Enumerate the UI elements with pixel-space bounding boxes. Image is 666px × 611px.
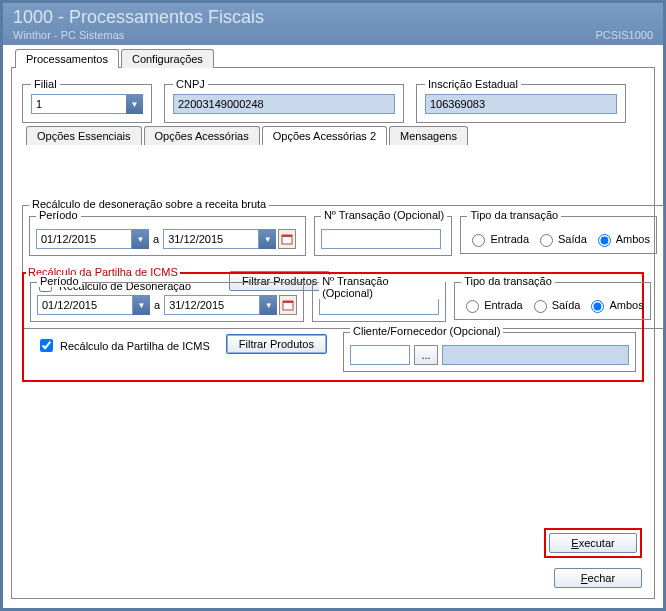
inscricao-field (425, 94, 617, 114)
main-tabpanel: Filial ▼ CNPJ Inscrição Estadual Opções … (11, 67, 655, 599)
label-cliente: Cliente/Fornecedor (Opcional) (350, 325, 503, 337)
checkbox-partilha-icms[interactable]: Recálculo da Partilha de ICMS (36, 336, 210, 355)
app-subtitle-right: PCSIS1000 (596, 29, 653, 41)
label-inscricao: Inscrição Estadual (425, 78, 521, 90)
date-to-2-dropdown[interactable]: ▼ (260, 295, 277, 315)
calendar-icon (281, 233, 293, 245)
fieldset-cnpj: CNPJ (164, 78, 404, 123)
window-title: 1000 - Processamentos Fiscais (13, 7, 653, 28)
date-to-1[interactable] (163, 229, 259, 249)
fieldset-inscricao: Inscrição Estadual (416, 78, 626, 123)
inner-tabstrip: Opções Essenciais Opções Acessórias Opçõ… (26, 126, 470, 145)
executar-highlight: Executar (544, 528, 642, 558)
radio-entrada-2[interactable]: Entrada (461, 297, 523, 313)
cliente-desc-field (442, 345, 629, 365)
titlebar: 1000 - Processamentos Fiscais Winthor - … (3, 3, 663, 45)
executar-label: xecutar (579, 537, 615, 549)
app-subtitle-left: Winthor - PC Sistemas (13, 29, 124, 41)
date-from-2-dropdown[interactable]: ▼ (133, 295, 150, 315)
label-cnpj: CNPJ (173, 78, 208, 90)
date-from-2[interactable] (37, 295, 133, 315)
date-to-2[interactable] (164, 295, 260, 315)
main-tabstrip: Processamentos Configurações (15, 49, 216, 68)
radio-ambos-2[interactable]: Ambos (586, 297, 643, 313)
tab-opcoes-acessorias-2[interactable]: Opções Acessórias 2 (262, 126, 387, 145)
label-periodo-1: Período (36, 209, 81, 221)
client-area: Processamentos Configurações Filial ▼ CN… (3, 45, 663, 607)
label-date-sep-1: a (153, 233, 159, 245)
date-from-1[interactable] (36, 229, 132, 249)
cliente-lookup-button[interactable]: ... (414, 345, 438, 365)
transacao-input-1[interactable] (321, 229, 441, 249)
label-transacao-1: Nº Transação (Opcional) (321, 209, 447, 221)
tab-processamentos[interactable]: Processamentos (15, 49, 119, 68)
radio-entrada-1[interactable]: Entrada (467, 231, 529, 247)
cliente-input[interactable] (350, 345, 410, 365)
calendar-button-1[interactable] (278, 229, 296, 249)
fechar-label: echar (588, 572, 616, 584)
fieldset-filial: Filial ▼ (22, 78, 152, 123)
tab-opcoes-essenciais[interactable]: Opções Essenciais (26, 126, 142, 145)
radio-saida-2[interactable]: Saída (529, 297, 581, 313)
executar-button[interactable]: Executar (549, 533, 637, 553)
radio-saida-1[interactable]: Saída (535, 231, 587, 247)
label-tipo-2: Tipo da transação (461, 275, 555, 287)
label-tipo-1: Tipo da transação (467, 209, 561, 221)
cnpj-field (173, 94, 395, 114)
tab-mensagens[interactable]: Mensagens (389, 126, 468, 145)
calendar-icon (282, 299, 294, 311)
svg-rect-1 (282, 235, 292, 237)
radio-ambos-1[interactable]: Ambos (593, 231, 650, 247)
date-from-1-dropdown[interactable]: ▼ (132, 229, 149, 249)
label-filial: Filial (31, 78, 60, 90)
filtrar-produtos-button-2[interactable]: Filtrar Produtos (226, 334, 327, 354)
fechar-button[interactable]: Fechar (554, 568, 642, 588)
svg-rect-3 (283, 301, 293, 303)
label-date-sep-2: a (154, 299, 160, 311)
tab-configuracoes[interactable]: Configurações (121, 49, 214, 68)
label-periodo-2: Período (37, 275, 82, 287)
label-transacao-2: Nº Transação (Opcional) (319, 275, 445, 299)
filial-dropdown-button[interactable]: ▼ (126, 94, 143, 114)
tab-opcoes-acessorias[interactable]: Opções Acessórias (144, 126, 260, 145)
calendar-button-2[interactable] (279, 295, 297, 315)
date-to-1-dropdown[interactable]: ▼ (259, 229, 276, 249)
window-frame: 1000 - Processamentos Fiscais Winthor - … (0, 0, 666, 611)
group-partilha-icms: Recálculo da Partilha de ICMS Período ▼ … (22, 272, 644, 382)
